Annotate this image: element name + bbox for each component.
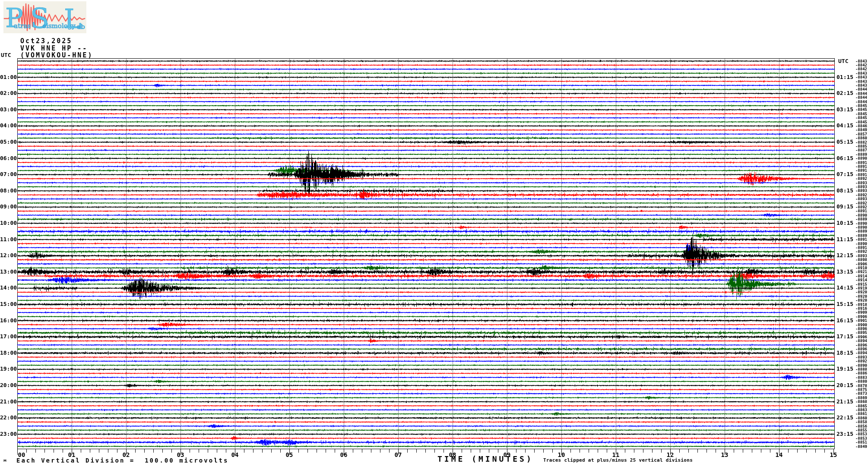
left-time-label: 11:00 [0, 236, 16, 242]
left-time-label: 13:00 [0, 268, 16, 275]
x-axis-tick-label: 14 [772, 451, 786, 458]
station-name: (VOMVOKOU-HNE) [20, 51, 93, 59]
left-time-label: 09:00 [0, 203, 16, 210]
record-date: Oct23,2025 [20, 37, 72, 45]
left-time-label: 12:00 [0, 252, 16, 258]
left-time-label: 05:00 [0, 139, 16, 145]
left-time-label: 01:00 [0, 74, 16, 80]
left-time-label: 19:00 [0, 365, 16, 372]
x-axis-tick-label: 07 [391, 451, 405, 458]
left-time-label: 17:00 [0, 333, 16, 340]
left-time-label: 10:00 [0, 220, 16, 226]
seismogram-plot-canvas [0, 0, 868, 466]
left-time-label: 18:00 [0, 350, 16, 356]
left-time-label: 04:00 [0, 122, 16, 129]
left-time-label: 06:00 [0, 155, 16, 161]
x-axis-tick-label: 05 [282, 451, 297, 458]
helicorder-page: P atras S eismology L ab Oct23,2025 VVK … [0, 0, 868, 466]
left-time-label: 23:00 [0, 431, 16, 437]
left-time-label: 03:00 [0, 106, 16, 113]
x-axis-title: TIME (MINUTES) [437, 454, 533, 463]
utc-label-left: UTC [1, 52, 11, 58]
footer-mark: M [3, 459, 6, 463]
x-axis-tick-label: 15 [826, 451, 841, 458]
clip-note: Traces clipped at plus/minus 25 vertical… [543, 457, 693, 463]
left-time-label: 20:00 [0, 382, 16, 388]
psl-logo: P atras S eismology L ab [3, 1, 86, 33]
logo-word-atras: atras [14, 22, 31, 30]
x-axis-tick-label: 13 [717, 451, 732, 458]
left-time-label: 14:00 [0, 284, 16, 291]
logo-word-ab: ab [77, 23, 85, 31]
left-time-label: 02:00 [0, 90, 16, 96]
x-axis-tick-label: 04 [228, 451, 242, 458]
left-time-label: 16:00 [0, 317, 16, 324]
left-time-label: 22:00 [0, 414, 16, 421]
scale-note: Each Vertical Division = 100.00 microvol… [16, 457, 228, 464]
left-time-label: 21:00 [0, 398, 16, 405]
x-axis-tick-label: 06 [336, 451, 351, 458]
left-time-label: 15:00 [0, 301, 16, 307]
left-time-label: 07:00 [0, 171, 16, 177]
left-time-label: 08:00 [0, 187, 16, 194]
trace-offset-value: -8849 [842, 444, 867, 449]
